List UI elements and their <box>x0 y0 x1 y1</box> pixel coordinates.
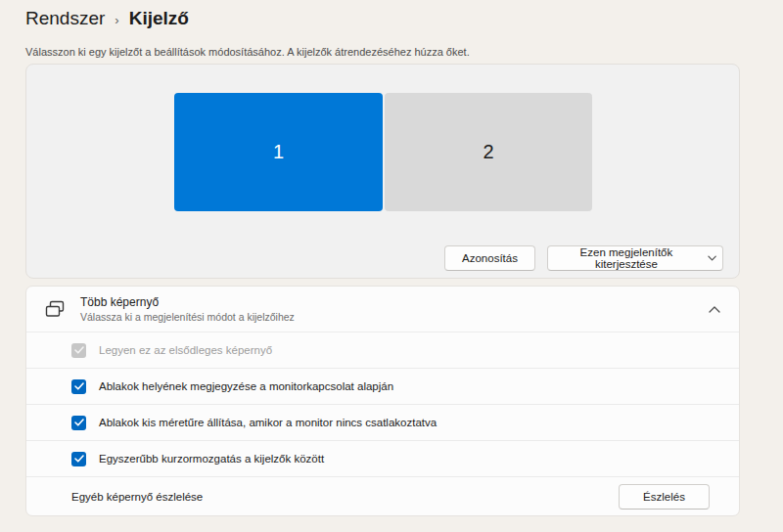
checkbox-label: Ablakok helyének megjegyzése a monitorka… <box>99 380 393 392</box>
chevron-up-icon[interactable] <box>709 306 720 313</box>
monitor-2-label: 2 <box>483 141 493 163</box>
display-arrangement-panel: 1 2 Azonosítás Ezen megjelenítők kiterje… <box>25 64 740 279</box>
display-mode-dropdown-label: Ezen megjelenítők kiterjesztése <box>554 246 699 270</box>
checkmark-icon <box>74 419 84 426</box>
arrangement-buttons: Azonosítás Ezen megjelenítők kiterjeszté… <box>444 245 723 271</box>
page-title: Kijelző <box>129 8 189 29</box>
chevron-down-icon <box>708 255 716 261</box>
identify-button-label: Azonosítás <box>462 252 518 264</box>
ease-cursor-movement-checkbox[interactable] <box>71 452 86 466</box>
remember-window-locations-row: Ablakok helyének megjegyzése a monitorka… <box>26 368 739 404</box>
detect-display-row: Egyéb képernyő észlelése Észlelés <box>26 476 739 515</box>
identify-button[interactable]: Azonosítás <box>444 245 535 271</box>
checkmark-icon <box>74 382 84 390</box>
multi-display-icon <box>44 299 66 319</box>
multiple-displays-card: Több képernyő Válassza ki a megjelenítés… <box>25 286 740 516</box>
remember-window-locations-checkbox[interactable] <box>71 379 86 394</box>
multiple-displays-titles: Több képernyő Válassza ki a megjelenítés… <box>80 295 295 323</box>
checkbox-label: Ablakok kis méretűre állítása, amikor a … <box>99 417 437 428</box>
monitor-1[interactable]: 1 <box>174 93 383 211</box>
section-title: Több képernyő <box>80 295 295 309</box>
display-mode-dropdown[interactable]: Ezen megjelenítők kiterjesztése <box>547 245 723 271</box>
checkbox-label: Legyen ez az elsődleges képernyő <box>99 344 272 356</box>
detect-button-label: Észlelés <box>643 491 685 503</box>
breadcrumb: Rendszer › Kijelző <box>25 8 189 29</box>
settings-display-page: Rendszer › Kijelző Válasszon ki egy kije… <box>0 0 783 532</box>
breadcrumb-system[interactable]: Rendszer <box>25 8 105 29</box>
section-subtitle: Válassza ki a megjelenítési módot a kije… <box>80 311 295 323</box>
multiple-displays-header[interactable]: Több képernyő Válassza ki a megjelenítés… <box>26 287 739 332</box>
ease-cursor-movement-row: Egyszerűbb kurzormozgatás a kijelzők köz… <box>26 440 739 476</box>
page-subtitle: Válasszon ki egy kijelzőt a beállítások … <box>25 46 470 58</box>
primary-display-checkbox <box>71 343 86 358</box>
detect-button[interactable]: Észlelés <box>619 484 710 510</box>
minimize-windows-row: Ablakok kis méretűre állítása, amikor a … <box>26 404 739 440</box>
detect-display-label: Egyéb képernyő észlelése <box>71 491 203 503</box>
checkmark-icon <box>74 346 84 354</box>
monitor-2[interactable]: 2 <box>385 93 592 211</box>
minimize-windows-checkbox[interactable] <box>71 416 86 430</box>
primary-display-row: Legyen ez az elsődleges képernyő <box>26 332 739 368</box>
monitor-1-label: 1 <box>273 141 284 163</box>
checkmark-icon <box>74 455 84 463</box>
checkbox-label: Egyszerűbb kurzormozgatás a kijelzők köz… <box>99 453 324 465</box>
chevron-right-icon: › <box>115 11 118 27</box>
